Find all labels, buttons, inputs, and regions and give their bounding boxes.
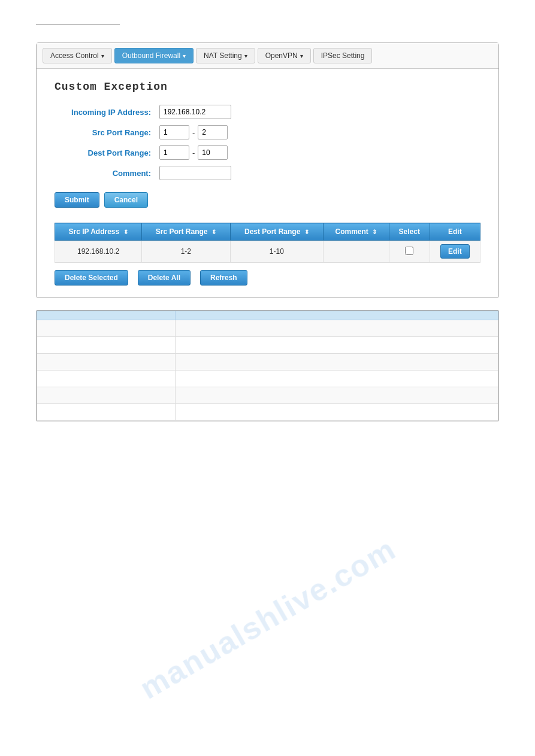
- tab-nat-setting-chevron: ▾: [244, 53, 247, 59]
- lower-row2-col2: [176, 337, 498, 354]
- incoming-ip-input[interactable]: [159, 105, 231, 119]
- tab-openvpn[interactable]: OpenVPN ▾: [258, 48, 311, 63]
- src-port-to-input[interactable]: [198, 125, 228, 139]
- tab-outbound-firewall-chevron: ▾: [183, 53, 186, 59]
- tab-bar: Access Control ▾ Outbound Firewall ▾ NAT…: [37, 43, 498, 69]
- row-dest-port: 1-10: [230, 241, 324, 263]
- page-wrapper: Access Control ▾ Outbound Firewall ▾ NAT…: [0, 0, 535, 445]
- lower-col2-header: [176, 311, 498, 320]
- dest-port-label: Dest Port Range:: [55, 148, 159, 157]
- lower-table-row: [37, 371, 498, 387]
- lower-table-row: [37, 387, 498, 404]
- comment-input[interactable]: [159, 166, 231, 180]
- sort-arrows-dest-port[interactable]: ⇕: [304, 229, 309, 235]
- row-select-checkbox[interactable]: [405, 247, 413, 255]
- incoming-ip-row: Incoming IP Address:: [55, 105, 480, 119]
- src-port-row: Src Port Range: -: [55, 125, 480, 139]
- row-src-port: 1-2: [142, 241, 230, 263]
- dest-port-separator: -: [192, 148, 195, 157]
- dest-port-from-input[interactable]: [159, 145, 189, 160]
- tab-openvpn-chevron: ▾: [300, 53, 303, 59]
- comment-row: Comment:: [55, 166, 480, 180]
- row-edit-button[interactable]: Edit: [440, 244, 470, 259]
- form-table: Incoming IP Address: Src Port Range: - D…: [55, 105, 480, 180]
- tab-outbound-firewall[interactable]: Outbound Firewall ▾: [114, 48, 194, 63]
- lower-table: [37, 311, 498, 421]
- table-actions: Delete Selected Delete All Refresh: [55, 270, 480, 286]
- comment-label: Comment:: [55, 169, 159, 178]
- row-src-ip: 192.168.10.2: [55, 241, 142, 263]
- table-header-row: Src IP Address ⇕ Src Port Range ⇕ Dest P…: [55, 223, 480, 241]
- tab-nat-setting-label: NAT Setting: [204, 51, 242, 60]
- lower-row4-col1: [37, 371, 176, 387]
- lower-row6-col2: [176, 404, 498, 421]
- lower-row4-col2: [176, 371, 498, 387]
- tab-access-control[interactable]: Access Control ▾: [43, 48, 112, 63]
- content-area: Custom Exception Incoming IP Address: Sr…: [37, 69, 498, 297]
- lower-row3-col1: [37, 354, 176, 371]
- lower-row5-col2: [176, 387, 498, 404]
- tab-outbound-firewall-label: Outbound Firewall: [122, 51, 180, 60]
- src-port-from-input[interactable]: [159, 125, 189, 139]
- lower-table-header-row: [37, 311, 498, 320]
- lower-row5-col1: [37, 387, 176, 404]
- main-panel: Access Control ▾ Outbound Firewall ▾ NAT…: [36, 42, 499, 298]
- src-port-label: Src Port Range:: [55, 128, 159, 137]
- refresh-button[interactable]: Refresh: [200, 270, 247, 286]
- col-header-comment: Comment ⇕: [324, 223, 389, 241]
- tab-nat-setting[interactable]: NAT Setting ▾: [196, 48, 255, 63]
- sort-arrows-comment[interactable]: ⇕: [372, 229, 377, 235]
- top-divider: [36, 24, 120, 25]
- lower-table-row: [37, 320, 498, 337]
- delete-selected-button[interactable]: Delete Selected: [55, 270, 128, 286]
- submit-button[interactable]: Submit: [55, 192, 99, 208]
- lower-row1-col1: [37, 320, 176, 337]
- tab-ipsec-setting-label: IPSec Setting: [321, 51, 365, 60]
- tab-openvpn-label: OpenVPN: [265, 51, 298, 60]
- lower-row1-col2: [176, 320, 498, 337]
- lower-table-row: [37, 404, 498, 421]
- row-comment: [324, 241, 389, 263]
- lower-row2-col1: [37, 337, 176, 354]
- lower-table-row: [37, 337, 498, 354]
- dest-port-to-input[interactable]: [198, 145, 228, 160]
- src-port-separator: -: [192, 128, 195, 137]
- exceptions-table: Src IP Address ⇕ Src Port Range ⇕ Dest P…: [55, 223, 480, 263]
- tab-access-control-label: Access Control: [50, 51, 99, 60]
- delete-all-button[interactable]: Delete All: [138, 270, 191, 286]
- tab-ipsec-setting[interactable]: IPSec Setting: [313, 48, 373, 63]
- section-title: Custom Exception: [55, 81, 480, 93]
- row-edit-cell: Edit: [430, 241, 480, 263]
- lower-table-row: [37, 354, 498, 371]
- sort-arrows-src-ip[interactable]: ⇕: [123, 229, 128, 235]
- col-header-dest-port: Dest Port Range ⇕: [230, 223, 324, 241]
- lower-table-wrapper: [36, 310, 499, 421]
- col-header-select: Select: [389, 223, 430, 241]
- table-row: 192.168.10.2 1-2 1-10 Edit: [55, 241, 480, 263]
- row-select-cell: [389, 241, 430, 263]
- cancel-button[interactable]: Cancel: [104, 192, 148, 208]
- dest-port-row: Dest Port Range: -: [55, 145, 480, 160]
- tab-access-control-chevron: ▾: [101, 53, 104, 59]
- col-header-src-port: Src Port Range ⇕: [142, 223, 230, 241]
- lower-row6-col1: [37, 404, 176, 421]
- lower-col1-header: [37, 311, 176, 320]
- form-action-buttons: Submit Cancel: [55, 192, 480, 208]
- col-header-src-ip: Src IP Address ⇕: [55, 223, 142, 241]
- incoming-ip-label: Incoming IP Address:: [55, 108, 159, 117]
- lower-row3-col2: [176, 354, 498, 371]
- sort-arrows-src-port[interactable]: ⇕: [211, 229, 216, 235]
- col-header-edit: Edit: [430, 223, 480, 241]
